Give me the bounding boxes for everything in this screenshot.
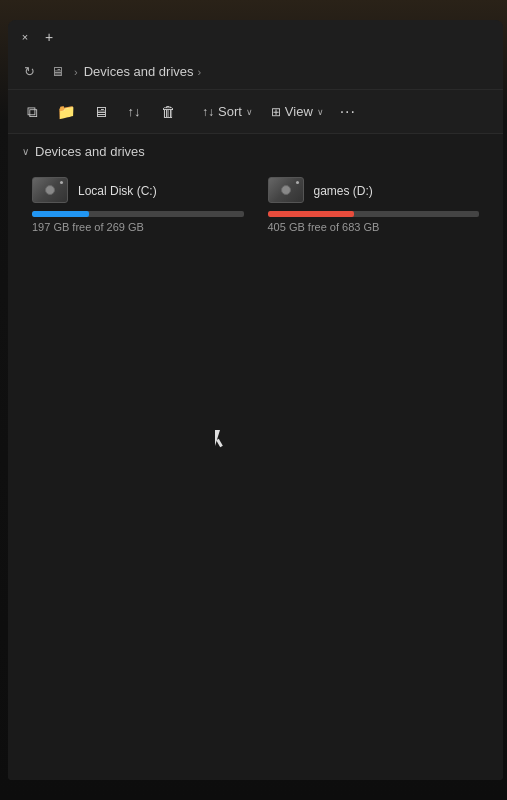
view-label: View — [285, 104, 313, 119]
more-icon: ··· — [340, 103, 356, 121]
breadcrumb-chevron-1: › — [74, 66, 78, 78]
drive-d-item[interactable]: games (D:) 405 GB free of 683 GB — [262, 171, 486, 239]
drive-c-info: Local Disk (C:) — [78, 184, 244, 198]
file-explorer-window: × + ↻ 🖥 › Devices and drives › ⧉ 📁 🖥 ↑↓ — [8, 20, 503, 780]
move-up-button[interactable]: ↑↓ — [118, 96, 150, 128]
breadcrumb-thispc[interactable]: Devices and drives — [84, 64, 194, 79]
toolbar: ⧉ 📁 🖥 ↑↓ 🗑 ↑↓ Sort ∨ ⊞ View ∨ · — [8, 90, 503, 134]
window-controls: × + — [18, 30, 56, 44]
drive-d-size: 405 GB free of 683 GB — [268, 221, 480, 233]
folder-icon-btn[interactable]: 🖥 — [46, 61, 68, 83]
drive-d-info: games (D:) — [314, 184, 480, 198]
drive-d-name: games (D:) — [314, 184, 480, 198]
toolbar-right: ↑↓ Sort ∨ ⊞ View ∨ ··· — [194, 98, 362, 126]
sort-label: Sort — [218, 104, 242, 119]
breadcrumb: Devices and drives › — [84, 64, 202, 79]
view-grid-icon: ⊞ — [271, 105, 281, 119]
drive-d-top: games (D:) — [268, 177, 480, 205]
new-folder-icon: 📁 — [57, 103, 76, 121]
monitor-button[interactable]: 🖥 — [84, 96, 116, 128]
monitor-icon: 🖥 — [93, 103, 108, 120]
section-chevron-icon: ∨ — [22, 146, 29, 157]
drive-c-size: 197 GB free of 269 GB — [32, 221, 244, 233]
drives-grid: Local Disk (C:) 197 GB free of 269 GB — [22, 171, 489, 239]
refresh-button[interactable]: ↻ — [18, 61, 40, 83]
sort-arrow-icon: ↑↓ — [202, 105, 214, 119]
section-title: Devices and drives — [35, 144, 145, 159]
new-tab-button[interactable]: + — [42, 30, 56, 44]
folder-icon: 🖥 — [51, 64, 64, 79]
copy-icon: ⧉ — [27, 103, 38, 121]
drive-c-icon — [32, 177, 70, 205]
view-chevron-icon: ∨ — [317, 107, 324, 117]
drive-c-progress-fill — [32, 211, 89, 217]
title-bar: × + — [8, 20, 503, 54]
drive-d-progress-fill — [268, 211, 355, 217]
copy-to-button[interactable]: ⧉ — [16, 96, 48, 128]
move-up-icon: ↑↓ — [128, 104, 141, 119]
content-area: ∨ Devices and drives Local Disk (C:) — [8, 134, 503, 780]
address-bar: ↻ 🖥 › Devices and drives › — [8, 54, 503, 90]
delete-button[interactable]: 🗑 — [152, 96, 184, 128]
section-header[interactable]: ∨ Devices and drives — [22, 144, 489, 159]
breadcrumb-chevron-2: › — [198, 66, 202, 78]
new-folder-button[interactable]: 📁 — [50, 96, 82, 128]
sort-button[interactable]: ↑↓ Sort ∨ — [194, 100, 261, 123]
view-button[interactable]: ⊞ View ∨ — [263, 100, 332, 123]
drive-c-top: Local Disk (C:) — [32, 177, 244, 205]
drive-d-progress-bar — [268, 211, 480, 217]
trash-icon: 🗑 — [161, 103, 176, 120]
drive-d-icon — [268, 177, 306, 205]
drive-c-name: Local Disk (C:) — [78, 184, 244, 198]
close-button[interactable]: × — [18, 30, 32, 44]
more-options-button[interactable]: ··· — [334, 98, 362, 126]
drive-c-item[interactable]: Local Disk (C:) 197 GB free of 269 GB — [26, 171, 250, 239]
sort-chevron-icon: ∨ — [246, 107, 253, 117]
drive-c-progress-bar — [32, 211, 244, 217]
refresh-icon: ↻ — [24, 64, 35, 79]
